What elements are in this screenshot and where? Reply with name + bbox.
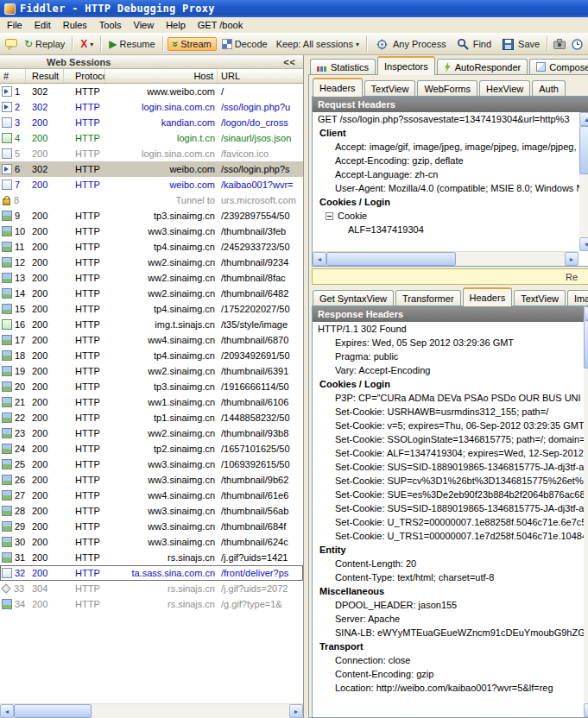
scroll-track[interactable] xyxy=(14,704,289,718)
session-row[interactable]: 20200HTTPtp3.sinaimg.cn/1916666114/50 xyxy=(0,379,303,394)
column-header-url[interactable]: URL xyxy=(218,69,303,83)
session-row[interactable]: 19200HTTPww2.sinaimg.cn/thumbnail/6391 xyxy=(0,363,303,379)
session-row[interactable]: 16200HTTPimg.t.sinajs.cn/t35/style/image xyxy=(0,317,303,332)
decode-button[interactable]: Decode xyxy=(218,37,271,51)
scroll-down-button[interactable]: ▼ xyxy=(584,703,588,717)
session-row[interactable]: 33304HTTPrs.sinajs.cn/j.gif?uids=2072 xyxy=(0,581,303,596)
scroll-thumb[interactable] xyxy=(579,126,588,174)
request-header-child[interactable]: ALF=1347419304 xyxy=(313,223,588,236)
response-header-entry[interactable]: Set-Cookie: SUP=cv%3D1%26bt%3D1346815775… xyxy=(313,474,588,488)
collapse-expander-icon[interactable] xyxy=(326,212,333,220)
keep-sessions-dropdown[interactable]: Keep: All sessions ▾ xyxy=(273,37,363,51)
response-header-group[interactable]: Entity xyxy=(313,543,588,557)
response-tab-get-syntaxview[interactable]: Get SyntaxView xyxy=(313,290,394,305)
session-row[interactable]: 13200HTTPww2.sinaimg.cn/thumbnail/8fac xyxy=(0,270,303,286)
scroll-left-button[interactable]: ◄ xyxy=(0,704,14,718)
session-row[interactable]: 5200HTTPlogin.sina.com.cn/favicon.ico xyxy=(0,146,303,161)
menu-tools[interactable]: Tools xyxy=(93,18,128,32)
scroll-left-button[interactable]: ◄ xyxy=(313,252,326,266)
response-vscrollbar[interactable]: ▲ ▼ xyxy=(584,306,588,717)
scroll-down-button[interactable]: ▼ xyxy=(579,237,588,251)
request-vscrollbar[interactable]: ▲ ▼ xyxy=(579,112,588,251)
request-header-group[interactable]: Cookies / Login xyxy=(313,195,588,209)
response-header-group[interactable]: Miscellaneous xyxy=(313,584,588,598)
request-tab-textview[interactable]: TextView xyxy=(364,80,416,96)
scroll-track[interactable] xyxy=(326,252,565,266)
session-row[interactable]: 14200HTTPww2.sinaimg.cn/thumbnail/6482 xyxy=(0,286,303,301)
encoding-notice-bar[interactable]: Re xyxy=(312,268,588,285)
stream-toggle-button[interactable]: » Stream xyxy=(168,37,217,51)
scroll-thumb[interactable] xyxy=(326,252,456,266)
response-header-entry[interactable]: Set-Cookie: SSOLoginState=1346815775; pa… xyxy=(313,432,588,446)
response-header-entry[interactable]: Connection: close xyxy=(313,653,588,667)
session-row[interactable]: 11200HTTPtp4.sinaimg.cn/2452933723/50 xyxy=(0,239,303,255)
session-row[interactable]: 21200HTTPww1.sinaimg.cn/thumbnail/6106 xyxy=(0,394,303,410)
response-status-line[interactable]: HTTP/1.1 302 Found xyxy=(313,322,588,336)
session-row[interactable]: 25200HTTPww3.sinaimg.cn/1069392615/50 xyxy=(0,457,303,472)
request-header-node[interactable]: Cookie xyxy=(313,209,588,223)
session-row[interactable]: 2302HTTPlogin.sina.com.cn/sso/login.php?… xyxy=(0,99,303,115)
scroll-track[interactable] xyxy=(579,126,588,237)
request-tab-hexview[interactable]: HexView xyxy=(479,80,530,96)
session-row[interactable]: 17200HTTPww4.sinaimg.cn/thumbnail/6870 xyxy=(0,332,303,348)
request-header-entry[interactable]: User-Agent: Mozilla/4.0 (compatible; MSI… xyxy=(313,181,588,195)
request-header-group[interactable]: Client xyxy=(313,126,588,140)
session-row[interactable]: 15200HTTPtp4.sinaimg.cn/1752202027/50 xyxy=(0,301,303,317)
response-tab-transformer[interactable]: Transformer xyxy=(395,290,461,305)
response-header-entry[interactable]: Set-Cookie: USRHAWB=usrmdins312_155; pat… xyxy=(313,405,588,419)
response-header-entry[interactable]: SINA-LB: eWYyMTEuaGEueWZncm91cDEuYmoubG9… xyxy=(313,626,588,639)
scroll-up-button[interactable]: ▲ xyxy=(579,112,588,126)
session-row[interactable]: 18200HTTPtp4.sinaimg.cn/2093492691/50 xyxy=(0,348,303,363)
response-header-entry[interactable]: Set-Cookie: SUE=es%3De2eb90f23b884b2f206… xyxy=(313,488,588,501)
response-tab-imageview[interactable]: ImageView xyxy=(567,290,588,305)
find-button[interactable]: Find xyxy=(452,35,495,54)
column-header-host[interactable]: Host xyxy=(105,69,218,83)
menu-file[interactable]: File xyxy=(1,18,28,32)
response-header-entry[interactable]: Pragma: public xyxy=(313,350,588,363)
session-row[interactable]: 31200HTTPrs.sinajs.cn/j.gif?uids=1421 xyxy=(0,550,303,565)
response-header-entry[interactable]: Content-Length: 20 xyxy=(313,557,588,570)
menu-view[interactable]: View xyxy=(128,18,161,32)
response-header-entry[interactable]: Location: http://weibo.com/kaibao001?wvr… xyxy=(313,681,588,695)
any-process-button[interactable]: Any Process xyxy=(371,35,450,54)
request-header-entry[interactable]: Accept-Language: zh-cn xyxy=(313,167,588,181)
column-header-num[interactable]: # xyxy=(0,69,26,83)
tab-autoresponder[interactable]: AutoResponder xyxy=(437,59,528,74)
response-header-entry[interactable]: Vary: Accept-Encoding xyxy=(313,363,588,377)
response-header-group[interactable]: Transport xyxy=(313,639,588,653)
session-row[interactable]: 28200HTTPww3.sinaimg.cn/thumbnail/56ab xyxy=(0,503,303,519)
request-header-entry[interactable]: Accept: image/gif, image/jpeg, image/pjp… xyxy=(313,140,588,154)
session-row[interactable]: 23200HTTPww2.sinaimg.cn/thumbnail/93b8 xyxy=(0,425,303,441)
request-tab-headers[interactable]: Headers xyxy=(313,78,363,97)
response-header-group[interactable]: Cookies / Login xyxy=(313,377,588,391)
session-row[interactable]: 29200HTTPww3.sinaimg.cn/thumbnail/684f xyxy=(0,519,303,534)
session-row[interactable]: 10200HTTPww3.sinaimg.cn/thumbnail/3feb xyxy=(0,224,303,239)
scroll-track[interactable] xyxy=(584,320,588,703)
response-header-entry[interactable]: Server: Apache xyxy=(313,612,588,626)
request-hscrollbar[interactable]: ◄ ► xyxy=(313,251,579,266)
scroll-thumb[interactable] xyxy=(584,320,588,368)
column-header-result[interactable]: Result xyxy=(26,69,64,83)
resume-button[interactable]: ▶ Resume xyxy=(105,37,158,51)
response-header-entry[interactable]: Content-Type: text/html; charset=utf-8 xyxy=(313,570,588,584)
request-tab-auth[interactable]: Auth xyxy=(532,80,566,96)
timer-clock-icon[interactable] xyxy=(569,36,585,52)
session-row[interactable]: 27200HTTPww4.sinaimg.cn/thumbnail/61e6 xyxy=(0,488,303,503)
scroll-up-button[interactable]: ▲ xyxy=(584,306,588,320)
tab-inspectors[interactable]: Inspectors xyxy=(377,56,435,75)
session-row[interactable]: 24200HTTPtp2.sinaimg.cn/1657101625/50 xyxy=(0,441,303,457)
response-header-entry[interactable]: Set-Cookie: v=5; expires=Thu, 06-Sep-201… xyxy=(313,419,588,432)
response-header-entry[interactable]: Content-Encoding: gzip xyxy=(313,667,588,681)
session-row[interactable]: 12200HTTPww2.sinaimg.cn/thumbnail/9234 xyxy=(0,255,303,270)
request-line[interactable]: GET /sso/login.php?ssosavestate=13474193… xyxy=(313,112,588,126)
column-header-protocol[interactable]: Protocol xyxy=(64,69,105,83)
menu-get-book[interactable]: GET /book xyxy=(192,18,249,32)
session-row[interactable]: 30200HTTPww3.sinaimg.cn/thumbnail/624c xyxy=(0,534,303,550)
session-row[interactable]: 9200HTTPtp3.sinaimg.cn/2392897554/50 xyxy=(0,208,303,224)
response-tab-headers[interactable]: Headers xyxy=(463,287,513,306)
scroll-right-button[interactable]: ► xyxy=(565,252,579,266)
screenshot-camera-icon[interactable] xyxy=(552,36,567,52)
response-header-entry[interactable]: Set-Cookie: SUS=SID-1889019865-134681577… xyxy=(313,460,588,474)
response-tab-textview[interactable]: TextView xyxy=(514,290,566,305)
tab-statistics[interactable]: Statistics xyxy=(310,59,376,74)
